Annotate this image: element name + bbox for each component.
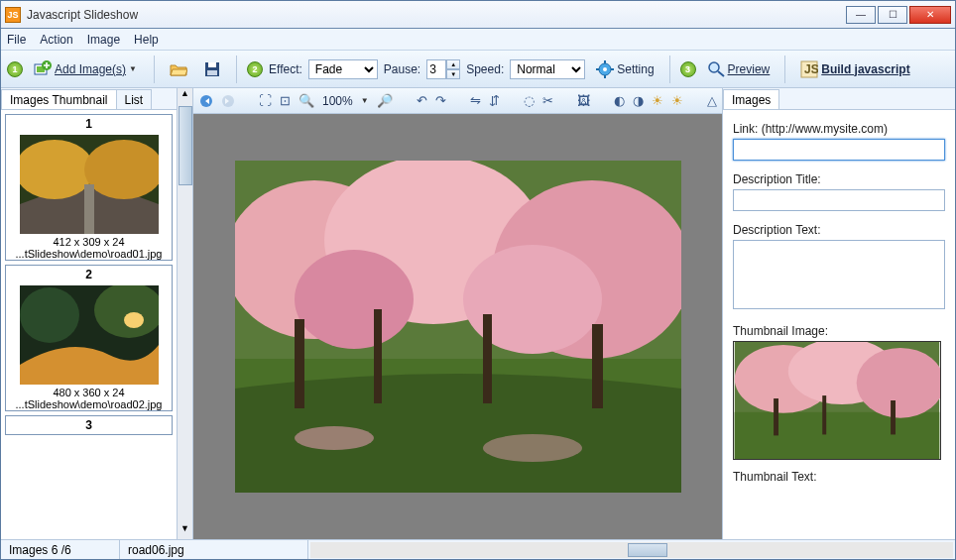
tab-thumbnails[interactable]: Images Thumbnail — [1, 89, 117, 109]
window-title: Javascript Slideshow — [27, 8, 846, 22]
svg-rect-5 — [207, 70, 217, 75]
save-icon — [203, 60, 221, 78]
menu-help[interactable]: Help — [134, 33, 159, 47]
thumb-image-label: Thumbnail Image: — [733, 324, 945, 338]
magnifier-icon — [707, 60, 725, 78]
effect-label: Effect: — [269, 62, 302, 76]
svg-line-13 — [718, 71, 724, 76]
dropdown-caret-icon: ▼ — [129, 64, 139, 73]
thumbnail-item[interactable]: 2 480 x 360 x 24 ...tSlideshow\demo\road… — [5, 265, 173, 411]
zoom-caret-icon[interactable]: ▼ — [361, 96, 369, 105]
pause-spin-up[interactable]: ▲ — [446, 59, 460, 69]
close-button[interactable]: ✕ — [909, 6, 951, 24]
link-label: Link: (http://www.mysite.com) — [733, 122, 945, 136]
svg-rect-44 — [774, 398, 778, 435]
thumb-image-2 — [20, 285, 159, 385]
svg-point-31 — [295, 250, 414, 349]
svg-point-38 — [483, 434, 582, 462]
pause-input[interactable] — [426, 59, 446, 79]
convert-icon[interactable]: 🖼 — [577, 92, 590, 110]
thumbnail-preview[interactable] — [733, 341, 941, 460]
desc-title-label: Description Title: — [733, 172, 945, 186]
splitter-scrollbar[interactable]: ▲ ▼ — [178, 88, 193, 539]
step-3-badge: 3 — [680, 61, 696, 77]
menu-action[interactable]: Action — [40, 33, 72, 47]
first-icon[interactable] — [199, 92, 213, 110]
add-image-icon — [34, 60, 52, 78]
thumbnail-item[interactable]: 1 412 x 309 x 24 ...tSlideshow\demo\road… — [5, 114, 173, 261]
menu-file[interactable]: File — [7, 33, 26, 47]
svg-rect-46 — [891, 400, 896, 434]
sharpen-icon[interactable]: △ — [707, 92, 717, 110]
rotate-right-icon[interactable]: ↷ — [435, 92, 446, 110]
menu-image[interactable]: Image — [87, 33, 120, 47]
actual-size-icon[interactable]: ⊡ — [280, 92, 291, 110]
zoom-in-icon[interactable]: 🔍 — [299, 92, 314, 110]
contrast-down-icon[interactable]: ◐ — [614, 92, 625, 110]
flip-h-icon[interactable]: ⇋ — [470, 92, 481, 110]
menu-bar: File Action Image Help — [1, 29, 955, 51]
zoom-level[interactable]: 100% — [322, 94, 353, 108]
speed-select[interactable]: Normal — [510, 59, 585, 79]
preview-label: Preview — [728, 62, 771, 76]
status-count: Images 6 /6 — [1, 540, 120, 559]
folder-open-icon — [170, 60, 187, 78]
setting-label: Setting — [617, 62, 654, 76]
rotate-left-icon[interactable]: ↶ — [417, 92, 427, 110]
svg-point-43 — [857, 348, 941, 418]
step-2-badge: 2 — [247, 61, 263, 77]
minimize-button[interactable]: — — [846, 6, 876, 24]
pause-spin-down[interactable]: ▼ — [446, 69, 460, 79]
center-pane: ⛶ ⊡ 🔍 100% ▼ 🔎 ↶ ↷ ⇋ ⇵ ◌ ✂ 🖼 ◐ ◑ — [193, 88, 722, 539]
thumb-image-1 — [20, 135, 159, 234]
build-label: Build javascript — [821, 62, 909, 76]
build-button[interactable]: JS Build javascript — [795, 56, 914, 82]
svg-point-21 — [20, 287, 79, 343]
open-button[interactable] — [165, 56, 192, 82]
svg-rect-19 — [84, 184, 94, 234]
svg-rect-33 — [295, 319, 304, 408]
svg-rect-45 — [822, 395, 826, 434]
svg-rect-40 — [735, 412, 940, 459]
main-toolbar: 1 Add Image(s) ▼ 2 Effect: Fade Pause: — [1, 51, 955, 88]
svg-point-37 — [295, 426, 374, 450]
speed-label: Speed: — [466, 62, 504, 76]
status-bar: Images 6 /6 road06.jpg — [1, 539, 955, 559]
svg-rect-35 — [483, 314, 492, 403]
maximize-button[interactable]: ☐ — [878, 6, 907, 24]
pause-label: Pause: — [384, 62, 420, 76]
tab-images[interactable]: Images — [723, 89, 779, 109]
preview-button[interactable]: Preview — [702, 56, 776, 82]
resize-icon[interactable]: ◌ — [524, 92, 535, 110]
save-button[interactable] — [198, 56, 226, 82]
zoom-out-icon[interactable]: 🔎 — [377, 92, 393, 110]
brightness-down-icon[interactable]: ☀ — [652, 92, 663, 110]
svg-rect-4 — [208, 62, 216, 67]
fit-icon[interactable]: ⛶ — [259, 92, 272, 110]
right-pane: Images Link: (http://www.mysite.com) Des… — [722, 88, 955, 539]
desc-title-input[interactable] — [733, 189, 945, 211]
link-input[interactable] — [733, 139, 945, 161]
h-scrollbar[interactable] — [310, 542, 953, 558]
desc-text-label: Description Text: — [733, 223, 945, 237]
tab-list[interactable]: List — [116, 89, 153, 109]
brightness-up-icon[interactable]: ☀ — [671, 92, 683, 110]
add-images-label: Add Image(s) — [55, 62, 126, 76]
status-file: road06.jpg — [120, 540, 308, 559]
effect-select[interactable]: Fade — [308, 59, 378, 79]
thumb-text-label: Thumbnail Text: — [733, 470, 945, 484]
thumbnail-item[interactable]: 3 — [5, 415, 173, 435]
crop-icon[interactable]: ✂ — [542, 92, 553, 110]
thumbnail-list[interactable]: 1 412 x 309 x 24 ...tSlideshow\demo\road… — [1, 110, 177, 539]
last-icon[interactable] — [221, 92, 235, 110]
add-images-button[interactable]: Add Image(s) ▼ — [29, 56, 144, 82]
desc-text-input[interactable] — [733, 240, 945, 309]
flip-v-icon[interactable]: ⇵ — [489, 92, 500, 110]
svg-text:JS: JS — [804, 62, 818, 76]
svg-point-7 — [603, 67, 607, 71]
svg-point-12 — [709, 62, 719, 72]
contrast-up-icon[interactable]: ◑ — [633, 92, 644, 110]
app-icon: JS — [5, 7, 21, 23]
setting-button[interactable]: Setting — [591, 56, 658, 82]
image-canvas[interactable] — [193, 114, 722, 539]
